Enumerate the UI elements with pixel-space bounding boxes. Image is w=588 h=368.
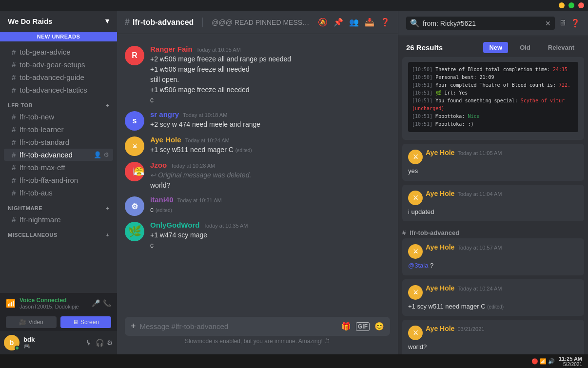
avatar: ⚙ xyxy=(125,196,144,216)
taskbar-time: 11:25 AM xyxy=(559,356,582,362)
results-header: 26 Results New Old Relevant xyxy=(398,36,588,57)
sidebar-item-lfr-tob-max-eff[interactable]: # lfr-tob-max-eff xyxy=(4,161,113,174)
table-row: ⚙ itani40 Today at 10:31 AM c (edited) xyxy=(117,194,398,218)
minimize-button[interactable] xyxy=(559,2,565,8)
phone-icon[interactable]: 📞 xyxy=(103,299,111,307)
channel-label: lfr-tob-advanced xyxy=(410,229,459,236)
close-button[interactable] xyxy=(578,2,584,8)
sidebar-item-tob-advanced-tactics[interactable]: # tob-advanced-tactics xyxy=(4,84,113,96)
filter-new[interactable]: New xyxy=(483,42,508,53)
message-timestamp: Today at 10:18 AM xyxy=(183,112,227,118)
sidebar-item-lfr-tob-learner[interactable]: # lfr-tob-learner xyxy=(4,123,113,136)
server-header[interactable]: We Do Raids ▾ xyxy=(0,11,117,32)
section-miscellaneous[interactable]: MISCELLANEOUS + xyxy=(0,226,117,240)
message-author: Aye Hole xyxy=(150,136,181,144)
sidebar-item-tob-advanced-guide[interactable]: # tob-advanced-guide xyxy=(4,71,113,83)
headphone-icon[interactable]: 🎧 xyxy=(96,339,104,347)
person-icon[interactable]: 👤 xyxy=(94,151,101,158)
search-input[interactable] xyxy=(423,19,542,27)
search-header: 🔍 ✕ 🖥 ❓ xyxy=(398,11,588,36)
message-text: +2 scy w 474 need meele and range xyxy=(150,119,390,130)
add-channel-icon[interactable]: + xyxy=(106,205,109,211)
sidebar-item-tob-adv-gear-setups[interactable]: # tob-adv-gear-setups xyxy=(4,58,113,71)
sidebar-item-lfr-nightmare[interactable]: # lfr-nightmare xyxy=(4,213,113,226)
section-label: LFR TOB xyxy=(8,102,33,108)
section-nightmare[interactable]: NIGHTMARE + xyxy=(0,199,117,213)
screen-button[interactable]: 🖥 Screen xyxy=(60,316,111,328)
result-header: ⚔ Aye Hole Today at 10:57 AM xyxy=(408,243,578,259)
hash-icon: # xyxy=(12,138,16,146)
help-icon[interactable]: ❓ xyxy=(380,18,390,27)
gift-icon[interactable]: 🎁 xyxy=(341,322,351,331)
channel-topic: @@@ READ PINNED MESSAGES !!!! @@@ =====.… xyxy=(212,19,313,26)
result-author: Aye Hole xyxy=(426,149,454,156)
channel-hash-icon: # xyxy=(125,17,130,27)
sidebar-item-lfr-tob-new[interactable]: # lfr-tob-new xyxy=(4,111,113,123)
table-row: ⚔ Aye Hole Today at 10:24 AM +1 scy w511… xyxy=(117,134,398,158)
channel-label: lfr-tob-learner xyxy=(20,125,63,134)
add-attachment-icon[interactable]: + xyxy=(131,321,136,331)
message-timestamp: Today at 10:28 AM xyxy=(171,163,215,169)
gear-icon[interactable]: ⚙ xyxy=(103,151,109,158)
taskbar-date: 5/2/2021 xyxy=(563,362,582,367)
maximize-button[interactable] xyxy=(568,2,574,8)
message-text: c xyxy=(150,240,390,251)
bell-mute-icon[interactable]: 🔕 xyxy=(318,18,328,27)
add-channel-icon[interactable]: + xyxy=(106,102,109,108)
hash-icon: # xyxy=(12,60,16,69)
username: bdk xyxy=(23,336,82,343)
inbox-icon[interactable]: 📥 xyxy=(365,18,374,27)
monitor-icon[interactable]: 🖥 xyxy=(559,19,567,28)
message-text: +1 w506 mage freeze all needed xyxy=(150,64,390,75)
voice-label: Voice Connected xyxy=(20,297,88,304)
result-text: yes xyxy=(408,166,578,176)
pin-icon[interactable]: 📌 xyxy=(333,18,343,27)
list-item: ⚔ Aye Hole Today at 11:05 AM yes xyxy=(402,144,584,181)
result-author: Aye Hole xyxy=(426,284,454,292)
message-input[interactable] xyxy=(140,317,337,336)
result-timestamp: Today at 11:05 AM xyxy=(457,150,502,156)
chat-input-area: + 🎁 GIF 😊 Slowmode is enabled, but you a… xyxy=(117,317,398,354)
sidebar-item-lfr-tob-advanced[interactable]: # lfr-tob-advanced 👤 ⚙ xyxy=(4,149,113,161)
header-divider xyxy=(202,18,203,27)
search-clear-icon[interactable]: ✕ xyxy=(545,19,551,27)
help-icon[interactable]: ❓ xyxy=(570,19,580,28)
channel-label: lfr-tob-standard xyxy=(20,138,69,146)
message-header: sr angry Today at 10:18 AM xyxy=(150,110,390,118)
gif-icon[interactable]: GIF xyxy=(356,322,370,331)
add-channel-icon[interactable]: + xyxy=(106,232,109,238)
sidebar-item-lfr-tob-ffa-and-iron[interactable]: # lfr-tob-ffa-and-iron xyxy=(4,174,113,186)
settings-icon[interactable]: ⚙ xyxy=(107,339,113,347)
message-header: Jzoo Today at 10:28 AM xyxy=(150,161,390,169)
deleted-message-notice: ↩ Original message was deleted. xyxy=(150,170,390,180)
sidebar-item-tob-gear-advice[interactable]: # tob-gear-advice xyxy=(4,46,113,58)
sidebar: We Do Raids ▾ NEW UNREADS # tob-gear-adv… xyxy=(0,11,117,354)
result-text: i updated xyxy=(408,207,578,217)
sidebar-item-lfr-tob-standard[interactable]: # lfr-tob-standard xyxy=(4,136,113,148)
filter-old[interactable]: Old xyxy=(514,42,536,53)
sidebar-item-lfr-tob-aus[interactable]: # lfr-tob-aus xyxy=(4,187,113,199)
result-author: Aye Hole xyxy=(426,325,454,332)
section-lfr-tob[interactable]: LFR TOB + xyxy=(0,97,117,110)
new-unreads-banner[interactable]: NEW UNREADS xyxy=(0,32,117,41)
avatar: b xyxy=(4,335,20,350)
game-status: 🎮 xyxy=(23,343,82,349)
mute-icon[interactable]: 🎤 xyxy=(92,299,100,307)
message-content: Jzoo Today at 10:28 AM ↩ Original messag… xyxy=(150,161,390,191)
section-label: MISCELLANEOUS xyxy=(8,232,58,238)
result-text: @3tala ? xyxy=(408,261,578,271)
emoji-icon[interactable]: 😊 xyxy=(374,322,384,331)
result-channel-divider: # lfr-tob-advanced xyxy=(402,225,584,238)
channel-label: lfr-tob-ffa-and-iron xyxy=(20,176,78,184)
result-header: ⚔ Aye Hole 03/21/2021 xyxy=(408,325,578,340)
search-input-wrapper[interactable]: 🔍 ✕ xyxy=(406,17,555,30)
video-button[interactable]: 🎥 Video xyxy=(6,316,57,328)
search-panel: 🔍 ✕ 🖥 ❓ 26 Results New Old Relevant [10:… xyxy=(398,11,588,354)
microphone-icon[interactable]: 🎙 xyxy=(86,339,93,347)
result-author: Aye Hole xyxy=(426,243,454,251)
message-content: sr angry Today at 10:18 AM +2 scy w 474 … xyxy=(150,110,390,131)
hash-icon: # xyxy=(12,73,16,81)
filter-relevant[interactable]: Relevant xyxy=(542,42,580,53)
result-author: Aye Hole xyxy=(426,190,454,197)
members-icon[interactable]: 👥 xyxy=(349,18,359,27)
